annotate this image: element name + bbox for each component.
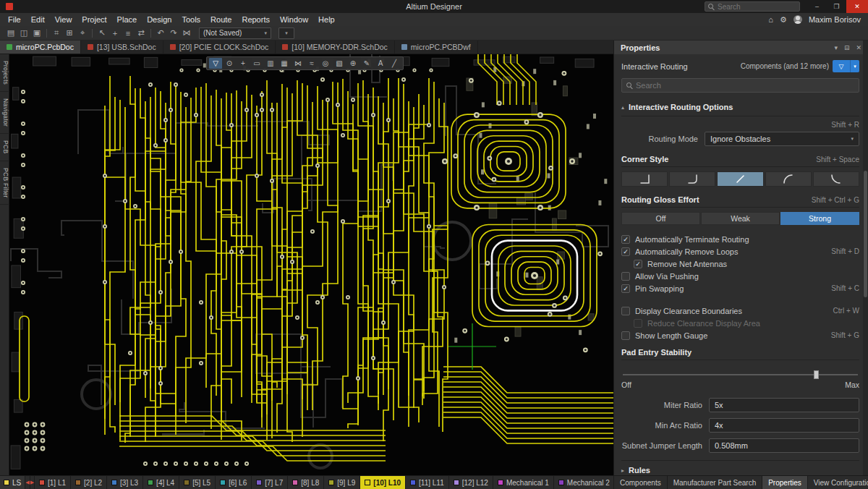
slider-track[interactable] — [623, 374, 858, 375]
via-icon[interactable]: ◎ — [319, 58, 332, 69]
layer-tab-l10-active[interactable]: [10] L10 — [360, 476, 406, 489]
home-icon[interactable]: ⌂ — [768, 15, 773, 24]
settings-gear-icon[interactable]: ⚙ — [780, 15, 787, 25]
global-search[interactable] — [705, 1, 800, 12]
doc-tab-micropc-pcbdwf[interactable]: microPC.PCBDwf — [395, 41, 478, 54]
polygon-icon[interactable]: ▧ — [333, 58, 346, 69]
option-show-length-gauge[interactable]: ✓ Show Length Gauge Shift + G — [621, 329, 859, 341]
layer-tab-l2[interactable]: [2] L2 — [71, 476, 107, 489]
layer-tab-l3[interactable]: [3] L3 — [107, 476, 143, 489]
save-icon[interactable]: ◫ — [17, 27, 30, 39]
minimize-button[interactable]: – — [807, 0, 827, 13]
menu-item-reports[interactable]: Reports — [237, 13, 275, 26]
open-icon[interactable]: ▤ — [4, 27, 17, 39]
nets-icon[interactable]: ⋈ — [292, 58, 305, 69]
gloss-weak-button[interactable]: Weak — [701, 212, 780, 225]
menu-item-window[interactable]: Window — [275, 13, 313, 26]
panel-pin-icon[interactable]: ▾ — [834, 44, 838, 51]
doc-tab-usb-schdoc[interactable]: [13] USB.SchDoc — [81, 41, 163, 54]
grid-icon[interactable]: ⌗ — [50, 27, 63, 39]
snap-point-icon[interactable]: ⌖ — [76, 27, 89, 39]
object-filter-dropdown[interactable]: ▾ — [850, 60, 859, 72]
layer-tab-l9[interactable]: [9] L9 — [324, 476, 360, 489]
layer-tab-l8[interactable]: [8] L8 — [288, 476, 324, 489]
layer-tab-l1[interactable]: [1] L1 — [35, 476, 71, 489]
min-arc-ratio-input[interactable]: 4x — [709, 418, 859, 433]
option-auto-remove-loops[interactable]: ✓ Automatically Remove Loops Shift + D — [621, 245, 859, 258]
section-interactive-routing-options[interactable]: ▴ Interactive Routing Options — [621, 99, 859, 116]
menu-item-file[interactable]: File — [3, 13, 26, 26]
section-rules[interactable]: ▸ Rules — [621, 460, 859, 475]
draw-icon[interactable]: ✎ — [360, 58, 373, 69]
variant-combo[interactable]: ▾ — [278, 27, 294, 39]
slider-thumb[interactable] — [814, 370, 819, 379]
layer-tab-l5[interactable]: [5] L5 — [179, 476, 216, 489]
option-display-clearance-boundaries[interactable]: ✓ Display Clearance Boundaries Ctrl + W — [621, 305, 859, 317]
swap-icon[interactable]: ⇄ — [135, 27, 148, 39]
save-state-combo[interactable]: (Not Saved) ▾ — [199, 27, 271, 39]
menu-item-place[interactable]: Place — [112, 13, 142, 26]
corner-sharp-90-button[interactable] — [621, 171, 668, 187]
text-tool-icon[interactable]: A — [374, 58, 387, 69]
option-pin-swapping[interactable]: ✓ Pin Swapping Shift + C — [621, 282, 859, 294]
panel-close-icon[interactable]: ✕ — [856, 44, 861, 51]
layer-tab-mechanical-1[interactable]: Mechanical 1 — [493, 476, 554, 489]
menu-item-view[interactable]: View — [50, 13, 77, 26]
tune-icon[interactable]: ≈ — [305, 58, 318, 69]
option-allow-via-pushing[interactable]: ✓ Allow Via Pushing — [621, 270, 859, 282]
properties-search[interactable] — [621, 78, 859, 93]
redo-icon[interactable]: ↷ — [167, 27, 180, 39]
move-icon[interactable]: + — [109, 27, 122, 39]
pad-entry-stability-slider[interactable] — [623, 370, 858, 380]
align-icon[interactable]: ≡ — [122, 27, 135, 39]
menu-item-edit[interactable]: Edit — [26, 13, 50, 26]
rail-tab-pcb-filter[interactable]: PCB Filter — [0, 161, 9, 205]
cursor-icon[interactable]: ↖ — [95, 27, 109, 39]
rail-tab-pcb[interactable]: PCB — [0, 134, 9, 161]
doc-tab-pcie-clock-schdoc[interactable]: [20] PCIE CLOCK.SchDoc — [163, 41, 276, 54]
panel-tab-components[interactable]: Components — [614, 476, 668, 489]
rail-tab-navigator[interactable]: Navigator — [0, 92, 9, 134]
snap-grid-icon[interactable]: ⊞ — [63, 27, 76, 39]
layer-tab-l4[interactable]: [4] L4 — [143, 476, 179, 489]
panel-restore-icon[interactable]: ⊟ — [844, 44, 850, 51]
menu-item-route[interactable]: Route — [205, 13, 237, 26]
close-button[interactable]: ✕ — [846, 0, 868, 13]
layer-set-selector[interactable]: LS — [0, 476, 25, 489]
doc-tab-memory-ddr-schdoc[interactable]: [10] MEMORY-DDR.SchDoc — [276, 41, 394, 54]
lasso-select-icon[interactable]: ⊙ — [223, 58, 236, 69]
maximize-button[interactable]: ❐ — [827, 0, 846, 13]
panel-tab-properties[interactable]: Properties — [762, 476, 808, 489]
subnet-jumper-length-input[interactable]: 0.508mm — [709, 438, 859, 453]
option-remove-net-antennas[interactable]: ✓ Remove Net Antennas — [621, 258, 859, 270]
gloss-off-button[interactable]: Off — [621, 212, 700, 225]
corner-arc-mirror-button[interactable] — [813, 171, 859, 187]
region-icon[interactable]: ▭ — [250, 58, 263, 69]
doc-tab-micropc-pcbdoc[interactable]: microPC.PcbDoc — [0, 41, 81, 54]
gloss-strong-button[interactable]: Strong — [780, 212, 859, 225]
global-search-input[interactable] — [718, 3, 796, 11]
move-icon[interactable]: + — [237, 58, 250, 69]
user-avatar[interactable] — [793, 15, 802, 24]
panel-scrollbar[interactable] — [863, 41, 868, 475]
cross-probe-icon[interactable]: ⋈ — [180, 27, 193, 39]
menu-item-tools[interactable]: Tools — [176, 13, 205, 26]
filter-icon[interactable]: ▽ — [209, 58, 222, 69]
routing-mode-select[interactable]: Ignore Obstacles ▾ — [705, 132, 859, 146]
columns-icon[interactable]: ▥ — [264, 58, 277, 69]
scrollbar-thumb[interactable] — [864, 171, 867, 297]
layer-grid-icon[interactable]: ▦ — [278, 58, 291, 69]
user-name[interactable]: Maxim Borisov — [809, 15, 861, 24]
layer-tab-l7[interactable]: [7] L7 — [252, 476, 288, 489]
properties-search-input[interactable] — [636, 81, 854, 90]
pad-icon[interactable]: ⊕ — [346, 58, 359, 69]
layer-tab-l11[interactable]: [11] L11 — [406, 476, 449, 489]
layer-tab-l12[interactable]: [12] L12 — [449, 476, 493, 489]
object-filter-button[interactable]: ▽ — [833, 60, 850, 72]
print-icon[interactable]: ▣ — [30, 27, 43, 39]
corner-rounded-90-button[interactable] — [669, 171, 715, 187]
option-auto-terminate-routing[interactable]: ✓ Automatically Terminate Routing — [621, 233, 859, 245]
layer-tab-l6[interactable]: [6] L6 — [216, 476, 252, 489]
menu-item-design[interactable]: Design — [142, 13, 176, 26]
panel-tab-manufacturer-part-search[interactable]: Manufacturer Part Search — [668, 476, 763, 489]
